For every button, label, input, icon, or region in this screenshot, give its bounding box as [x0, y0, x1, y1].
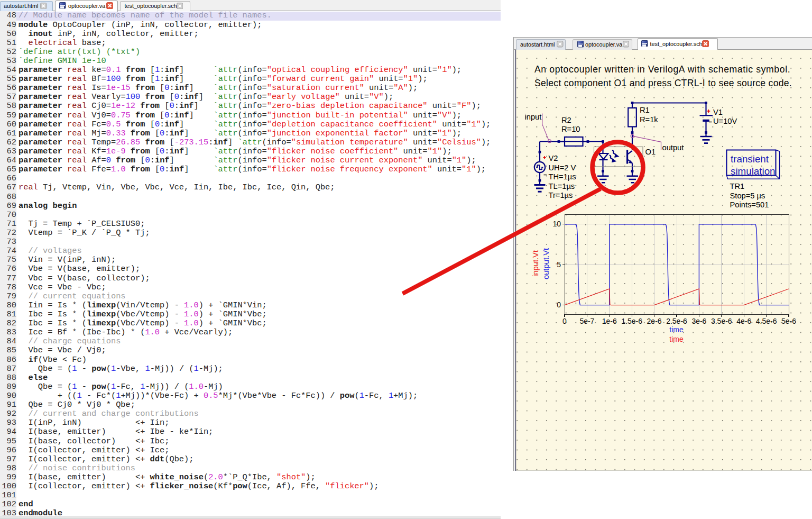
- svg-text:5: 5: [557, 260, 561, 269]
- svg-text:R=10: R=10: [561, 125, 580, 133]
- svg-text:An optocoupler written in Veri: An optocoupler written in VerilogA with …: [534, 64, 790, 75]
- svg-text:R=1k: R=1k: [640, 115, 658, 124]
- svg-text:5e-7: 5e-7: [579, 317, 594, 325]
- svg-text:R1: R1: [640, 106, 650, 114]
- svg-text:0: 0: [562, 317, 567, 325]
- svg-text:3e-6: 3e-6: [691, 317, 706, 325]
- svg-text:4.5e-6: 4.5e-6: [756, 317, 777, 325]
- svg-text:input: input: [525, 113, 542, 121]
- svg-text:V2: V2: [549, 154, 558, 162]
- svg-text:2e-6: 2e-6: [647, 317, 662, 325]
- svg-text:3.5e-6: 3.5e-6: [711, 317, 732, 325]
- svg-text:Tr=1µs: Tr=1µs: [549, 191, 573, 199]
- svg-text:time: time: [669, 325, 684, 334]
- svg-text:TL=1µs: TL=1µs: [549, 182, 575, 190]
- svg-text:Stop=5 µs: Stop=5 µs: [730, 192, 765, 200]
- svg-text:V1: V1: [713, 108, 723, 116]
- svg-text:1.5e-6: 1.5e-6: [621, 317, 642, 325]
- svg-text:0: 0: [557, 301, 561, 309]
- svg-text:output: output: [662, 143, 684, 152]
- svg-text:R2: R2: [561, 116, 571, 124]
- svg-text:4e-6: 4e-6: [736, 317, 751, 325]
- svg-text:TH=1µs: TH=1µs: [549, 172, 576, 181]
- svg-text:U=10V: U=10V: [713, 117, 737, 125]
- svg-text:Points=501: Points=501: [730, 201, 769, 209]
- svg-text:5e-6: 5e-6: [781, 317, 796, 325]
- svg-text:simulation: simulation: [731, 166, 776, 177]
- svg-text:TR1: TR1: [730, 182, 745, 190]
- svg-text:10: 10: [552, 220, 561, 228]
- svg-text:O1: O1: [645, 148, 656, 156]
- svg-text:UH=2 V: UH=2 V: [549, 163, 576, 172]
- svg-text:input.Vt: input.Vt: [531, 250, 540, 277]
- svg-text:1e-6: 1e-6: [602, 317, 617, 325]
- svg-text:transient: transient: [731, 153, 769, 165]
- svg-text:2.5e-6: 2.5e-6: [666, 317, 687, 325]
- svg-text:time: time: [669, 335, 684, 343]
- svg-text:Select component O1 and press: Select component O1 and press CTRL-I to …: [534, 78, 792, 88]
- svg-text:output.Vt: output.Vt: [542, 248, 550, 279]
